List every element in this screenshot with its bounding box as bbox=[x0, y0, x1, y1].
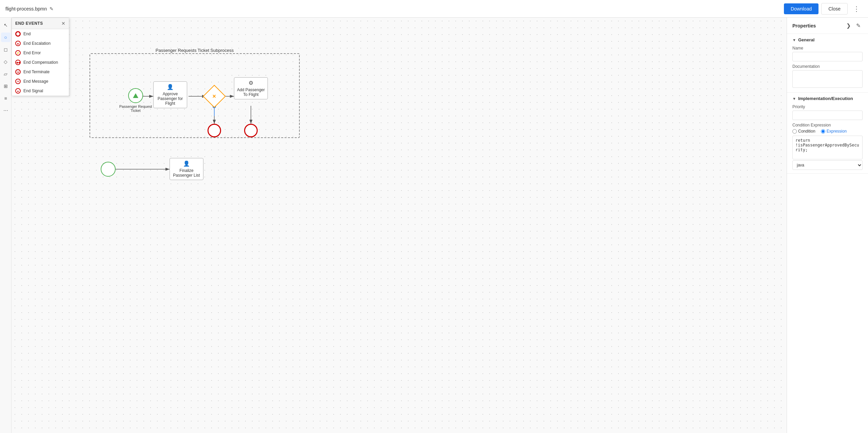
toolbar-table-icon[interactable]: ≡ bbox=[1, 94, 11, 103]
name-label: Name bbox=[792, 46, 863, 51]
properties-collapse-button[interactable]: ❯ bbox=[844, 22, 853, 29]
end-event-label-signal: End Signal bbox=[23, 88, 43, 93]
end-signal-icon: ▲ bbox=[15, 88, 21, 94]
toolbar-cursor-icon[interactable]: ↖ bbox=[1, 20, 11, 30]
implementation-section-header[interactable]: ▼ Implementation/Execution bbox=[792, 96, 863, 101]
filename-label: flight-process.bpmn bbox=[5, 6, 47, 12]
end-event-label-escalation: End Escalation bbox=[23, 41, 51, 46]
header-right: Download Close ⋮ bbox=[784, 3, 863, 15]
gateway-diamond: × bbox=[203, 85, 226, 108]
end-event-label-compensation: End Compensation bbox=[23, 60, 58, 65]
gateway-x-icon: × bbox=[213, 93, 216, 100]
general-chevron: ▼ bbox=[792, 38, 796, 42]
end-terminate-icon: ● bbox=[15, 69, 21, 75]
condition-expression-radio-row: Condition Expression bbox=[792, 129, 863, 134]
end-event-item-signal[interactable]: ▲ End Signal bbox=[12, 86, 69, 96]
finalize-passenger-node[interactable]: 👤 Finalize Passenger List bbox=[170, 158, 203, 180]
end-events-close-button[interactable]: ✕ bbox=[61, 21, 65, 26]
end-events-panel: END EVENTS ✕ End ▲ End Escalation ⚡ End … bbox=[12, 18, 69, 96]
end-event-item-message[interactable]: ✉ End Message bbox=[12, 77, 69, 86]
expression-radio-label[interactable]: Expression bbox=[821, 129, 847, 134]
end-event-item-error[interactable]: ⚡ End Error bbox=[12, 48, 69, 58]
documentation-label: Documentation bbox=[792, 64, 863, 69]
language-select[interactable]: java javascript groovy bbox=[792, 160, 863, 170]
expression-radio[interactable] bbox=[821, 129, 825, 134]
toolbar-circle-icon[interactable]: ○ bbox=[1, 33, 11, 42]
implementation-section-title: Implementation/Execution bbox=[798, 96, 853, 101]
end-events-title: END EVENTS bbox=[15, 21, 43, 26]
main-layout: ↖ ○ ◻ ◇ ▱ ⊞ ≡ ⋯ END EVENTS ✕ End ▲ End E… bbox=[0, 18, 868, 433]
edit-icon[interactable]: ✎ bbox=[50, 6, 54, 12]
end-event-item-end[interactable]: End bbox=[12, 29, 69, 39]
condition-radio-label[interactable]: Condition bbox=[792, 129, 815, 134]
end-event-icon bbox=[15, 31, 21, 37]
end-event-item-escalation[interactable]: ▲ End Escalation bbox=[12, 39, 69, 48]
toolbar-grid-icon[interactable]: ⊞ bbox=[1, 81, 11, 91]
canvas-area[interactable]: Passenger Requests Ticket Subprocess Pas… bbox=[12, 18, 787, 433]
properties-header: Properties ❯ ✎ bbox=[787, 18, 868, 34]
general-section: ▼ General Name Documentation bbox=[787, 34, 868, 93]
toolbar-square-icon[interactable]: ◻ bbox=[1, 45, 11, 54]
end-compensation-icon: ◀◀ bbox=[15, 60, 21, 65]
properties-edit-button[interactable]: ✎ bbox=[854, 22, 863, 29]
properties-title: Properties bbox=[792, 23, 816, 28]
toolbar-more-icon[interactable]: ⋯ bbox=[1, 106, 11, 115]
add-passenger-node[interactable]: ⚙ Add Passenger To Flight bbox=[234, 77, 268, 99]
header: flight-process.bpmn ✎ Download Close ⋮ bbox=[0, 0, 868, 18]
signal-icon bbox=[133, 93, 138, 98]
condition-expression-label: Condition Expression bbox=[792, 123, 863, 127]
end-escalation-icon: ▲ bbox=[15, 41, 21, 46]
user-icon-2: 👤 bbox=[183, 160, 190, 167]
gateway-wrapper: × bbox=[206, 88, 222, 104]
passenger-request-ticket-node[interactable]: Passenger Request Ticket bbox=[119, 88, 153, 113]
approve-passenger-label: Approve Passenger for Flight bbox=[156, 92, 185, 106]
passenger-request-ticket-label: Passenger Request Ticket bbox=[119, 104, 153, 113]
header-left: flight-process.bpmn ✎ bbox=[5, 6, 54, 12]
condition-radio[interactable] bbox=[792, 129, 797, 134]
add-passenger-label: Add Passenger To Flight bbox=[236, 87, 265, 97]
left-toolbar: ↖ ○ ◻ ◇ ▱ ⊞ ≡ ⋯ bbox=[0, 18, 12, 433]
end-event-2-node[interactable] bbox=[244, 124, 258, 137]
documentation-textarea[interactable] bbox=[792, 70, 863, 88]
end-event-label-terminate: End Terminate bbox=[23, 70, 50, 74]
toolbar-data-icon[interactable]: ▱ bbox=[1, 69, 11, 79]
implementation-section: ▼ Implementation/Execution Priority Cond… bbox=[787, 93, 868, 174]
end-event-1 bbox=[208, 124, 221, 137]
close-button[interactable]: Close bbox=[821, 3, 848, 15]
gateway-node[interactable]: × bbox=[206, 88, 222, 104]
end-event-item-terminate[interactable]: ● End Terminate bbox=[12, 67, 69, 77]
name-field-group: Name bbox=[792, 46, 863, 61]
end-event-label-message: End Message bbox=[23, 79, 48, 84]
download-button[interactable]: Download bbox=[784, 3, 818, 14]
approve-passenger-node[interactable]: 👤 Approve Passenger for Flight bbox=[153, 81, 187, 108]
finalize-passenger-label: Finalize Passenger List bbox=[172, 168, 201, 178]
more-button[interactable]: ⋮ bbox=[850, 3, 863, 14]
finalize-passenger-task: 👤 Finalize Passenger List bbox=[170, 158, 203, 180]
end-error-icon: ⚡ bbox=[15, 50, 21, 56]
expression-textarea[interactable]: return !isPassengerApprovedBySecurity; bbox=[792, 136, 863, 159]
toolbar-diamond-icon[interactable]: ◇ bbox=[1, 57, 11, 66]
passenger-request-start-event bbox=[128, 88, 143, 103]
subprocess-title: Passenger Requests Ticket Subprocess bbox=[156, 48, 234, 53]
user-icon: 👤 bbox=[167, 84, 174, 90]
gear-icon: ⚙ bbox=[249, 80, 253, 86]
documentation-field-group: Documentation bbox=[792, 64, 863, 89]
end-event-1-node[interactable] bbox=[208, 124, 221, 137]
end-message-icon: ✉ bbox=[15, 79, 21, 84]
end-events-header: END EVENTS ✕ bbox=[12, 18, 69, 29]
properties-panel: Properties ❯ ✎ ▼ General Name Documentat… bbox=[787, 18, 868, 433]
add-passenger-task: ⚙ Add Passenger To Flight bbox=[234, 77, 268, 99]
approve-passenger-task: 👤 Approve Passenger for Flight bbox=[153, 81, 187, 108]
general-section-title: General bbox=[798, 37, 814, 42]
end-event-label-error: End Error bbox=[23, 51, 41, 55]
priority-field-group: Priority bbox=[792, 104, 863, 120]
bottom-start-node[interactable] bbox=[101, 162, 116, 177]
general-section-header[interactable]: ▼ General bbox=[792, 37, 863, 42]
implementation-chevron: ▼ bbox=[792, 97, 796, 101]
condition-expression-group: Condition Expression Condition Expressio… bbox=[792, 123, 863, 170]
end-event-label-end: End bbox=[23, 32, 31, 36]
end-event-item-compensation[interactable]: ◀◀ End Compensation bbox=[12, 58, 69, 67]
name-input[interactable] bbox=[792, 52, 863, 61]
bottom-start-event bbox=[101, 162, 116, 177]
priority-input[interactable] bbox=[792, 111, 863, 120]
